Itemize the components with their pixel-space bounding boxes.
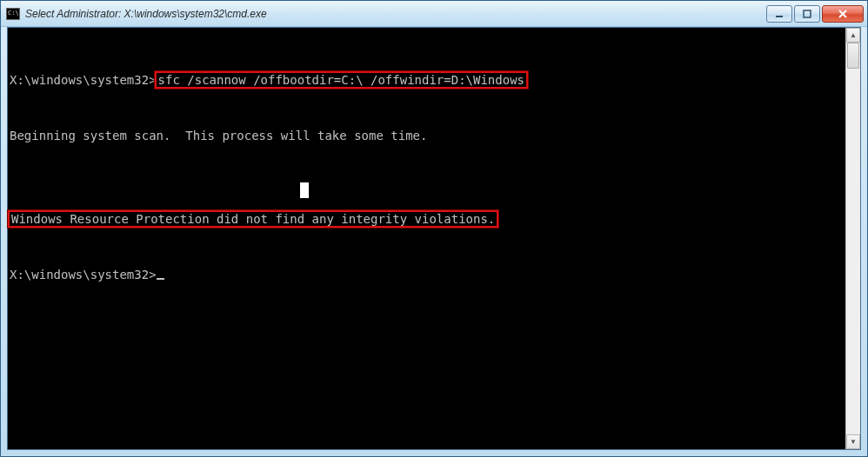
maximize-icon	[803, 10, 811, 18]
highlight-result: Windows Resource Protection did not find…	[8, 210, 498, 228]
result-line: Windows Resource Protection did not find…	[10, 212, 844, 226]
window-title: Select Administrator: X:\windows\system3…	[25, 8, 766, 20]
titlebar[interactable]: C:\. Select Administrator: X:\windows\sy…	[1, 1, 867, 27]
maximize-button[interactable]	[794, 5, 820, 23]
blank-line	[10, 45, 844, 59]
minimize-button[interactable]	[766, 5, 792, 23]
scroll-down-button[interactable]: ▼	[846, 434, 860, 449]
cmd-window: C:\. Select Administrator: X:\windows\sy…	[0, 0, 868, 457]
prompt-line: X:\windows\system32>	[10, 268, 844, 281]
cursor	[157, 278, 164, 280]
prompt: X:\windows\system32>	[10, 73, 157, 87]
close-button[interactable]	[822, 5, 864, 23]
cmd-icon: C:\.	[6, 8, 20, 20]
caption-buttons	[766, 5, 865, 23]
svg-rect-0	[776, 16, 783, 17]
blank-line	[10, 156, 844, 170]
result-text: Windows Resource Protection did not find…	[11, 212, 495, 226]
chevron-up-icon: ▲	[850, 31, 857, 39]
prompt: X:\windows\system32>	[10, 268, 157, 281]
svg-rect-1	[804, 10, 811, 17]
client-area: X:\windows\system32>sfc /scannow /offboo…	[7, 27, 861, 450]
blank-line	[10, 184, 844, 198]
scroll-track[interactable]	[846, 43, 860, 434]
status-line: Beginning system scan. This process will…	[10, 129, 844, 142]
scroll-thumb[interactable]	[847, 43, 859, 69]
cmd-line: X:\windows\system32>sfc /scannow /offboo…	[10, 73, 844, 87]
blank-line	[10, 240, 844, 254]
text-caret	[300, 182, 309, 198]
vertical-scrollbar[interactable]: ▲ ▼	[845, 28, 860, 449]
terminal[interactable]: X:\windows\system32>sfc /scannow /offboo…	[8, 28, 845, 449]
command-text: sfc /scannow /offbootdir=C:\ /offwindir=…	[158, 73, 524, 87]
blank-line	[10, 101, 844, 115]
chevron-down-icon: ▼	[850, 438, 857, 446]
highlight-command: sfc /scannow /offbootdir=C:\ /offwindir=…	[155, 71, 528, 89]
scroll-up-button[interactable]: ▲	[846, 28, 860, 43]
minimize-icon	[775, 10, 784, 18]
close-icon	[838, 10, 848, 18]
